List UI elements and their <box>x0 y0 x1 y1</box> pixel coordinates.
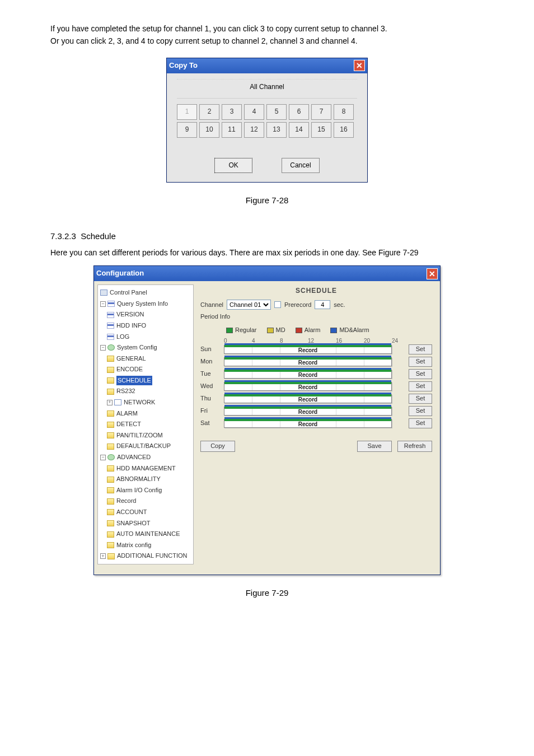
tree-detect[interactable]: DETECT <box>99 419 192 430</box>
tree-control-panel[interactable]: Control Panel <box>99 287 192 298</box>
channel-button-7[interactable]: 7 <box>311 104 331 120</box>
tree-log[interactable]: LOG <box>99 332 192 343</box>
figure-7-28-caption: Figure 7-28 <box>50 194 484 207</box>
day-bar[interactable]: Record <box>224 357 392 366</box>
day-row-sun: SunRecordSet <box>200 344 432 354</box>
channel-button-6[interactable]: 6 <box>289 104 309 120</box>
configuration-title: Configuration <box>96 268 144 279</box>
day-label: Sat <box>200 418 219 428</box>
channel-button-8[interactable]: 8 <box>334 104 354 120</box>
day-bar[interactable]: Record <box>224 394 392 403</box>
channel-button-12[interactable]: 12 <box>244 122 264 138</box>
copy-to-title: Copy To <box>169 60 198 72</box>
tree-abnormality[interactable]: ABNORMALITY <box>99 474 192 485</box>
tree-account[interactable]: ACCOUNT <box>99 507 192 518</box>
legend: Regular MD Alarm MD&Alarm <box>226 325 432 335</box>
tree-rs232[interactable]: RS232 <box>99 386 192 397</box>
time-ticks: 04812162024 <box>226 337 394 342</box>
figure-7-29-caption: Figure 7-29 <box>50 586 484 600</box>
tree-version[interactable]: VERSION <box>99 309 192 320</box>
tree-matrix[interactable]: Matrix config <box>99 540 192 551</box>
tree-general[interactable]: GENERAL <box>99 353 192 365</box>
tree-query-system[interactable]: −Query System Info <box>99 298 192 310</box>
channel-button-1: 1 <box>177 104 197 120</box>
prerecord-input[interactable] <box>315 300 330 309</box>
day-bar[interactable]: Record <box>224 370 392 379</box>
tree-hdd-info[interactable]: HDD INFO <box>99 320 192 332</box>
close-icon[interactable]: ✕ <box>354 60 365 71</box>
channel-button-5[interactable]: 5 <box>266 104 287 120</box>
tree-default-backup[interactable]: DEFAULT/BACKUP <box>99 441 192 452</box>
day-label: Thu <box>200 394 219 404</box>
channel-button-16[interactable]: 16 <box>334 122 354 138</box>
refresh-button[interactable]: Refresh <box>397 441 432 452</box>
tree-auto-maint[interactable]: AUTO MAINTENANCE <box>99 529 192 540</box>
copy-to-dialog: Copy To ✕ All Channel 123456789101112131… <box>166 58 368 183</box>
copy-to-titlebar: Copy To ✕ <box>167 58 367 73</box>
all-channel-button[interactable]: All Channel <box>177 79 357 99</box>
day-row-thu: ThuRecordSet <box>200 394 432 404</box>
tree-snapshot[interactable]: SNAPSHOT <box>99 518 192 529</box>
schedule-heading: SCHEDULE <box>200 286 432 296</box>
tree-schedule[interactable]: SCHEDULE <box>99 375 192 386</box>
channel-button-9[interactable]: 9 <box>177 122 197 138</box>
ok-button[interactable]: OK <box>214 158 252 173</box>
day-bar[interactable]: Record <box>224 407 392 416</box>
tree-alarm-io[interactable]: Alarm I/O Config <box>99 485 192 496</box>
swatch-mdalarm <box>330 328 337 333</box>
tree-advanced[interactable]: −ADVANCED <box>99 452 192 463</box>
tree-encode[interactable]: ENCODE <box>99 364 192 375</box>
configuration-titlebar: Configuration ✕ <box>94 266 440 281</box>
close-icon[interactable]: ✕ <box>427 268 438 279</box>
set-button[interactable]: Set <box>409 381 432 391</box>
tick-24: 24 <box>392 337 398 346</box>
copy-button[interactable]: Copy <box>200 441 235 452</box>
channel-button-3[interactable]: 3 <box>222 104 242 120</box>
set-button[interactable]: Set <box>409 406 432 416</box>
tree-network[interactable]: +NETWORK <box>99 397 192 408</box>
day-bar[interactable]: Record <box>224 382 392 391</box>
day-row-tue: TueRecordSet <box>200 369 432 379</box>
swatch-regular <box>226 328 233 333</box>
channel-button-2[interactable]: 2 <box>199 104 219 120</box>
section-title: Schedule <box>81 231 116 241</box>
set-button[interactable]: Set <box>409 369 432 379</box>
channel-select[interactable]: Channel 01 <box>227 300 271 310</box>
tree-hdd-mgmt[interactable]: HDD MANAGEMENT <box>99 463 192 474</box>
day-bar[interactable]: Record <box>224 419 392 428</box>
set-button[interactable]: Set <box>409 357 432 367</box>
section-heading: 7.3.2.3 Schedule <box>50 230 484 243</box>
configuration-dialog: Configuration ✕ Control Panel −Query Sys… <box>93 265 441 575</box>
tree-additional[interactable]: +ADDITIONAL FUNCTION <box>99 550 192 562</box>
day-row-fri: FriRecordSet <box>200 406 432 416</box>
section-body: Here you can set different periods for v… <box>50 246 484 259</box>
section-number: 7.3.2.3 <box>50 231 76 241</box>
set-button[interactable]: Set <box>409 418 432 428</box>
prerecord-checkbox[interactable] <box>274 301 281 308</box>
sec-label: sec. <box>334 300 345 310</box>
day-label: Fri <box>200 406 219 416</box>
channel-grid: 12345678910111213141516 <box>177 104 357 138</box>
channel-button-4[interactable]: 4 <box>244 104 264 120</box>
channel-button-11[interactable]: 11 <box>222 122 242 138</box>
channel-button-15[interactable]: 15 <box>311 122 331 138</box>
tree-alarm[interactable]: ALARM <box>99 408 192 419</box>
channel-button-14[interactable]: 14 <box>289 122 309 138</box>
day-label: Tue <box>200 369 219 379</box>
day-label: Mon <box>200 357 219 367</box>
tree-ptz[interactable]: PAN/TILT/ZOOM <box>99 430 192 441</box>
channel-button-10[interactable]: 10 <box>199 122 219 138</box>
param-row: Channel Channel 01 Prerecord sec. <box>200 300 432 310</box>
tree-system-config[interactable]: −System Config <box>99 342 192 353</box>
swatch-md <box>267 328 274 333</box>
channel-button-13[interactable]: 13 <box>266 122 287 138</box>
set-button[interactable]: Set <box>409 344 432 354</box>
save-button[interactable]: Save <box>357 441 392 452</box>
set-button[interactable]: Set <box>409 394 432 404</box>
cancel-button[interactable]: Cancel <box>282 158 320 173</box>
prerecord-label: Prerecord <box>284 300 311 310</box>
tree-record[interactable]: Record <box>99 496 192 507</box>
day-bar[interactable]: Record <box>224 345 392 354</box>
day-row-sat: SatRecordSet <box>200 418 432 428</box>
swatch-alarm <box>296 328 302 333</box>
